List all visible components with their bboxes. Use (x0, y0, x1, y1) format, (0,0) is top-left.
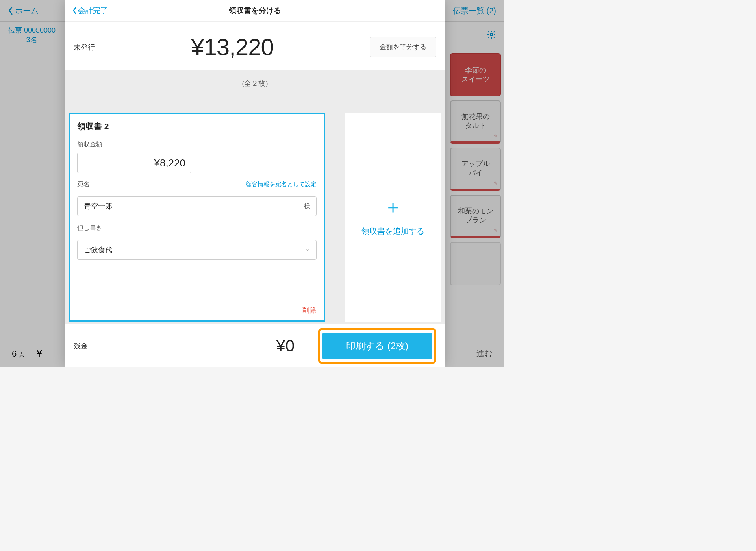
add-receipt-label: 領収書を追加する (361, 226, 424, 237)
chevron-left-icon (72, 7, 77, 15)
modal-title: 領収書を分ける (229, 6, 281, 16)
amount-input[interactable] (77, 153, 191, 173)
receipt-card: 領収書 2 領収金額 宛名 顧客情報を宛名として設定 様 但し書き ご飲食代 (69, 113, 325, 322)
remaining-amount: ¥0 (276, 337, 295, 355)
split-receipt-modal: 会計完了 領収書を分ける 未発行 ¥13,220 金額を等分する (全２枚) 領… (65, 0, 445, 367)
delete-receipt-link[interactable]: 削除 (77, 294, 317, 315)
use-customer-info-link[interactable]: 顧客情報を宛名として設定 (246, 181, 317, 188)
summary-row: 未発行 ¥13,220 金額を等分する (65, 22, 445, 70)
total-amount: ¥13,220 (191, 33, 274, 61)
plus-icon: ＋ (384, 198, 402, 216)
chevron-down-icon (305, 246, 310, 253)
receipt-card-title: 領収書 2 (77, 121, 317, 132)
note-value: ご飲食代 (84, 245, 112, 255)
print-button[interactable]: 印刷する (2枚) (322, 333, 432, 359)
remaining-label: 残金 (74, 341, 88, 351)
back-label: 会計完了 (78, 6, 108, 16)
receipt-count: (全２枚) (65, 70, 445, 97)
modal-body: 領収書 2 領収金額 宛名 顧客情報を宛名として設定 様 但し書き ご飲食代 (65, 97, 445, 324)
split-evenly-button[interactable]: 金額を等分する (370, 37, 436, 57)
name-suffix: 様 (304, 202, 310, 211)
issue-status: 未発行 (74, 43, 95, 52)
note-select[interactable]: ご飲食代 (77, 240, 317, 260)
name-label: 宛名 (77, 180, 90, 189)
recipient-name-input[interactable] (77, 196, 317, 216)
modal-header: 会計完了 領収書を分ける (65, 0, 445, 22)
back-button[interactable]: 会計完了 (72, 6, 108, 16)
amount-label: 領収金額 (77, 141, 317, 149)
note-label: 但し書き (77, 224, 317, 232)
modal-footer: 残金 ¥0 印刷する (2枚) (65, 324, 445, 367)
print-button-highlight: 印刷する (2枚) (318, 328, 436, 364)
add-receipt-card[interactable]: ＋ 領収書を追加する (345, 113, 441, 322)
